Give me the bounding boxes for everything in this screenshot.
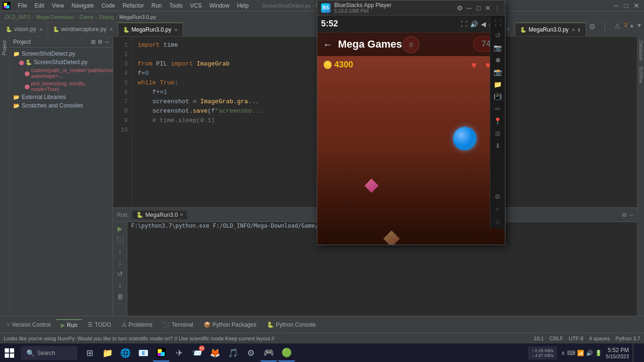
bs-expand-icon[interactable]: ⛶ [493,17,503,29]
project-settings-icon[interactable]: ⚙ [98,39,103,45]
taskbar-clock[interactable]: 5:52 PM 5/15/2023 [606,347,633,359]
taskbar-telegram[interactable]: ✈ [171,345,188,362]
status-line-ending[interactable]: CRLF [549,336,563,341]
bs-camera-icon[interactable]: 📸 [492,66,504,78]
run-tab-close[interactable]: ✕ [180,212,183,217]
bs-sidebar-icon[interactable]: ⋮ [494,4,501,12]
tab-megarun-right-close[interactable]: ✕ [571,27,575,33]
tab-more-button[interactable]: ⋮ [598,23,611,36]
status-line-col[interactable]: 10:1 [534,336,544,341]
tab-warnings-down[interactable]: ▼ [636,23,643,36]
tab-vision-close[interactable]: ✕ [39,27,43,32]
project-collapse-icon[interactable]: ─ [105,39,109,45]
bs-volume-icon[interactable]: 🔊 [470,20,478,28]
bottom-tab-version-control[interactable]: ⑂ Version Control [2,320,55,330]
menu-navigate[interactable]: Navigate [68,1,98,10]
bs-record-icon[interactable]: ⏺ [493,54,503,66]
tree-method-2[interactable]: ⬤ plot_boxes(img, results, move=True) [9,80,113,93]
tab-gear-button[interactable]: ⚙ [586,23,598,36]
taskbar-pycharm[interactable] [153,345,170,362]
run-tab[interactable]: 🐍 MegaRun3.0 ✕ [132,211,187,219]
bottom-tab-terminal[interactable]: ⬛ Terminal [158,320,198,330]
taskbar-firefox[interactable]: 🦊 [206,345,223,362]
tree-method-1[interactable]: ⬤ custom(path_or_model='path/to/model.pt… [9,66,113,80]
breadcrumb-item-2[interactable]: Mega-Download [36,14,74,20]
breadcrumb-item-4[interactable]: Dialog [99,14,114,20]
tree-ext-libs[interactable]: 📂 External Libraries [9,93,113,101]
breadcrumb-item-1[interactable]: OLD_INFO [5,14,31,20]
taskbar-file-explorer[interactable]: 📁 [99,345,116,362]
taskbar-settings[interactable]: ⚙ [242,345,259,362]
menu-vcs[interactable]: VCS [186,1,206,10]
bs-layers-icon[interactable]: ⊞ [493,128,503,139]
bottom-tab-todo[interactable]: ☰ TODO [83,320,116,330]
tab-megarun[interactable]: 🐍 MegaRun3.0.py ✕ [118,23,183,36]
tab-megarun-right[interactable]: 🐍 MegaRun3.0.py ✕ ⬇ [515,23,586,36]
bs-fullscreen-icon[interactable]: ⛶ [461,20,467,28]
status-python[interactable]: Python 3.7 [615,336,640,341]
bs-maximize-icon[interactable]: □ [475,4,482,12]
bottom-tab-python-packages[interactable]: 📦 Python Packages [199,320,261,330]
menu-view[interactable]: View [48,1,68,10]
game-back-button[interactable]: ← [323,39,332,50]
project-expand-icon[interactable]: ⊞ [91,39,96,45]
tab-run6-close[interactable]: ✕ [506,27,510,32]
bs-settings-bottom-icon[interactable]: ⚙ [493,191,503,202]
breadcrumb-item-5[interactable]: MegaRun3.0.py [119,14,156,20]
tray-network-icon[interactable]: 📶 [577,350,584,356]
taskbar-badge-app[interactable]: 📨 32 [189,345,206,362]
run-up-icon[interactable]: ↑ [117,247,123,256]
tree-file-1[interactable]: ⬤ 🐍 ScreenShotDetect.py [9,58,113,66]
show-desktop-button[interactable] [633,344,644,362]
menu-run[interactable]: Run [148,1,165,10]
breadcrumb-item-3[interactable]: Game [79,14,93,20]
menu-file[interactable]: File [14,1,31,10]
bottom-tab-problems[interactable]: ⚠ Problems [117,320,157,330]
run-clear-icon[interactable]: 🗑 [116,292,124,301]
bs-settings-icon[interactable]: ⚙ [456,4,463,12]
minimize-button[interactable]: ─ [611,2,621,9]
start-button[interactable] [0,344,19,362]
taskbar-bluestacks[interactable]: 🟢 [278,345,295,362]
bs-rotate-icon[interactable]: ↺ [493,30,503,41]
taskbar-widget-icon[interactable]: ⊞ [81,345,98,362]
taskbar-search-box[interactable]: 🔍 Search [21,346,77,360]
tray-volume-icon[interactable]: 🔊 [586,350,593,356]
bs-download-icon[interactable]: ⬇ [493,140,503,151]
project-vertical-tab[interactable]: Project [1,39,8,57]
menu-edit[interactable]: Edit [31,1,48,10]
run-stop-icon[interactable]: ⬛ [115,235,125,245]
tab-windowcapture-close[interactable]: ✕ [109,27,113,32]
run-minimize-icon[interactable]: ─ [629,212,633,218]
close-button[interactable]: ✕ [631,2,642,9]
right-tab-sciview[interactable]: SciView [638,65,644,85]
bottom-tab-python-console[interactable]: 🐍 Python Console [262,320,321,330]
run-play-icon[interactable]: ▶ [116,224,124,233]
tab-warnings-up[interactable]: ▲ [628,23,636,36]
run-rerun-icon[interactable]: ↺ [116,269,124,279]
taskbar-mail[interactable]: 📧 [135,345,152,362]
run-scroll-icon[interactable]: ↕ [117,280,123,290]
run-settings-icon[interactable]: ⚙ [622,212,627,218]
bs-location-icon[interactable]: 📍 [492,115,504,127]
right-tab-database[interactable]: Database [638,39,644,63]
bs-folder-icon[interactable]: 📁 [492,79,504,90]
bs-eraser-icon[interactable]: ✏ [493,103,503,115]
bottom-tab-run[interactable]: ▶ Run [56,319,82,330]
tray-up-icon[interactable]: ∧ [561,350,565,356]
menu-code[interactable]: Code [98,1,119,10]
taskbar-edge[interactable]: 🌐 [117,345,134,362]
taskbar-game[interactable]: 🎮 [260,345,277,362]
bs-shake-icon[interactable]: 📳 [492,91,504,102]
status-encoding[interactable]: UTF-8 [569,336,583,341]
tab-megarun-close[interactable]: ✕ [174,27,178,33]
menu-tools[interactable]: Tools [165,1,186,10]
maximize-button[interactable]: □ [621,2,631,9]
bs-minimize-icon[interactable]: ─ [465,4,473,12]
tree-root[interactable]: 📁 ScreenShotDetect.py [9,49,113,58]
tab-windowcapture[interactable]: 🐍 windowcapture.py ✕ [48,23,118,36]
run-down-icon[interactable]: ↓ [117,258,123,267]
status-indent[interactable]: 4 spaces [589,336,610,341]
taskbar-music[interactable]: 🎵 [224,345,241,362]
tab-vision[interactable]: 🐍 vision.py ✕ [1,23,48,36]
